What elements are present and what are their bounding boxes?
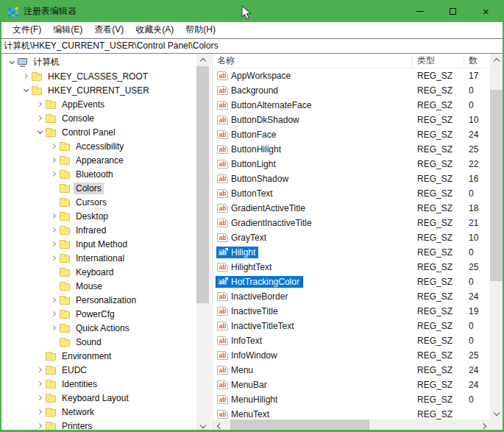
value-row-buttonlight[interactable]: ab ButtonLight REG_SZ 22 <box>213 157 503 171</box>
list-vertical-scrollbar[interactable] <box>490 54 503 419</box>
value-name[interactable]: InactiveTitleText <box>231 321 294 331</box>
tree-expander-icon[interactable] <box>34 116 46 120</box>
value-row-graytext[interactable]: ab GrayText REG_SZ 10 <box>213 230 503 245</box>
value-row-appworkspace[interactable]: ab AppWorkspace REG_SZ 17 <box>213 68 503 83</box>
column-header-type[interactable]: 类型 <box>413 54 464 68</box>
maximize-button[interactable] <box>436 0 469 22</box>
tree-expander-icon[interactable] <box>34 368 46 372</box>
tree-item-label[interactable]: Identities <box>60 378 99 390</box>
tree-item-label[interactable]: Colors <box>74 183 104 194</box>
tree-item-colors[interactable]: Colors <box>1 181 196 195</box>
tree-expander-icon[interactable] <box>34 396 46 400</box>
tree-item-bluetooth[interactable]: Bluetooth <box>1 167 196 181</box>
value-row-infotext[interactable]: ab InfoText REG_SZ 0 <box>213 333 503 348</box>
value-name[interactable]: HilightText <box>231 262 271 272</box>
tree-expander-icon[interactable] <box>34 132 46 133</box>
tree-scroll-up-button[interactable] <box>196 54 209 66</box>
tree-item-mouse[interactable]: Mouse <box>1 279 196 293</box>
value-name[interactable]: InactiveTitle <box>231 306 278 316</box>
tree-item-keyboard[interactable]: Keyboard <box>1 265 196 279</box>
list-scroll-left-button[interactable] <box>213 419 225 432</box>
tree-item-accessibility[interactable]: Accessibility <box>1 139 196 153</box>
tree-expander-icon[interactable] <box>48 172 60 176</box>
tree-item-label[interactable]: Environment <box>60 350 113 362</box>
tree-expander-icon[interactable] <box>48 326 60 330</box>
menu-item-2[interactable]: 查看(V) <box>88 21 129 38</box>
tree-expander-icon[interactable] <box>48 228 60 232</box>
tree-item-sound[interactable]: Sound <box>1 335 196 349</box>
value-row-background[interactable]: ab Background REG_SZ 0 <box>213 83 503 98</box>
value-name[interactable]: GrayText <box>231 233 266 243</box>
tree-expander-icon[interactable] <box>48 158 60 162</box>
tree-item-label[interactable]: Infrared <box>74 224 108 236</box>
value-name[interactable]: InactiveBorder <box>231 291 288 302</box>
tree-item-label[interactable]: Console <box>60 113 96 124</box>
value-name[interactable]: Hilight <box>231 247 255 258</box>
tree-item-label[interactable]: 计算机 <box>31 55 62 69</box>
tree-expander-icon[interactable] <box>48 144 60 148</box>
tree-item-label[interactable]: International <box>74 252 127 264</box>
tree-item-label[interactable]: Quick Actions <box>74 322 132 334</box>
tree-item-label[interactable]: Mouse <box>74 280 104 292</box>
tree-item-label[interactable]: Network <box>60 406 96 418</box>
value-name[interactable]: MenuBar <box>231 380 267 390</box>
value-name[interactable]: GradientActiveTitle <box>231 203 305 213</box>
tree-item-desktop[interactable]: Desktop <box>1 209 196 223</box>
tree-expander-icon[interactable] <box>34 382 46 386</box>
tree-item-label[interactable]: Bluetooth <box>74 169 116 180</box>
tree-item-quick-actions[interactable]: Quick Actions <box>1 321 196 335</box>
tree-item-label[interactable]: Accessibility <box>74 141 126 152</box>
minimize-button[interactable] <box>403 0 436 22</box>
tree-item-label[interactable]: Input Method <box>74 238 129 250</box>
tree-item-network[interactable]: Network <box>1 405 196 419</box>
tree-expander-icon[interactable] <box>6 62 18 63</box>
tree-item-printers[interactable]: Printers <box>1 419 196 432</box>
value-name[interactable]: ButtonDkShadow <box>231 115 299 125</box>
tree-expander-icon[interactable] <box>48 298 60 302</box>
value-row-buttontext[interactable]: ab ButtonText REG_SZ 0 <box>213 186 503 201</box>
tree-expander-icon[interactable] <box>34 102 46 106</box>
tree-expander-icon[interactable] <box>48 242 60 246</box>
tree-expander-icon[interactable] <box>48 256 60 260</box>
value-row-buttondkshadow[interactable]: ab ButtonDkShadow REG_SZ 10 <box>213 113 503 127</box>
value-row-inactivetitle[interactable]: ab InactiveTitle REG_SZ 19 <box>213 304 503 319</box>
value-name[interactable]: InfoText <box>231 336 262 346</box>
tree-expander-icon[interactable] <box>20 90 32 91</box>
list-scroll-down-button[interactable] <box>490 407 503 419</box>
value-row-hilight[interactable]: ab Hilight REG_SZ 0 <box>213 245 503 260</box>
value-name[interactable]: HotTrackingColor <box>231 277 299 287</box>
value-name[interactable]: MenuText <box>231 409 269 419</box>
value-row-infowindow[interactable]: ab InfoWindow REG_SZ 25 <box>213 348 503 363</box>
list-scroll-up-button[interactable] <box>490 54 503 66</box>
tree-item-keyboard-layout[interactable]: Keyboard Layout <box>1 391 196 405</box>
list-hscrollbar-track[interactable] <box>225 419 478 432</box>
tree-item-label[interactable]: HKEY_CURRENT_USER <box>46 85 152 96</box>
value-row-menuhilight[interactable]: ab MenuHilight REG_SZ 0 <box>213 392 503 407</box>
list-scroll-right-button[interactable] <box>478 419 490 432</box>
tree-item-control-panel[interactable]: Control Panel <box>1 125 196 139</box>
list-scrollbar-track[interactable] <box>490 66 503 407</box>
tree-item-label[interactable]: Keyboard <box>74 266 116 278</box>
tree-item-international[interactable]: International <box>1 251 196 265</box>
tree-item-eudc[interactable]: EUDC <box>1 363 196 377</box>
tree-expander-icon[interactable] <box>20 74 32 78</box>
list-hscrollbar-thumb[interactable] <box>230 419 369 432</box>
tree-item-label[interactable]: AppEvents <box>60 99 107 110</box>
value-name[interactable]: Menu <box>231 365 253 375</box>
value-row-gradientactivetitle[interactable]: ab GradientActiveTitle REG_SZ 18 <box>213 201 503 216</box>
list-horizontal-scrollbar[interactable] <box>213 419 490 432</box>
close-button[interactable]: × <box>469 0 503 22</box>
tree-item-label[interactable]: Control Panel <box>60 127 118 138</box>
value-row-inactiveborder[interactable]: ab InactiveBorder REG_SZ 24 <box>213 289 503 304</box>
tree-vertical-scrollbar[interactable] <box>196 54 209 432</box>
value-name[interactable]: Background <box>231 85 278 96</box>
tree-item-label[interactable]: Personalization <box>74 294 138 306</box>
menu-item-4[interactable]: 帮助(H) <box>180 21 221 38</box>
tree-item-hkey-classes-root[interactable]: HKEY_CLASSES_ROOT <box>1 69 196 83</box>
value-name[interactable]: ButtonShadow <box>231 174 288 184</box>
tree-item-infrared[interactable]: Infrared <box>1 223 196 237</box>
value-row-inactivetitletext[interactable]: ab InactiveTitleText REG_SZ 0 <box>213 319 503 333</box>
value-row-menu[interactable]: ab Menu REG_SZ 24 <box>213 363 503 378</box>
value-name[interactable]: ButtonText <box>231 188 273 199</box>
value-name[interactable]: ButtonAlternateFace <box>231 100 311 110</box>
